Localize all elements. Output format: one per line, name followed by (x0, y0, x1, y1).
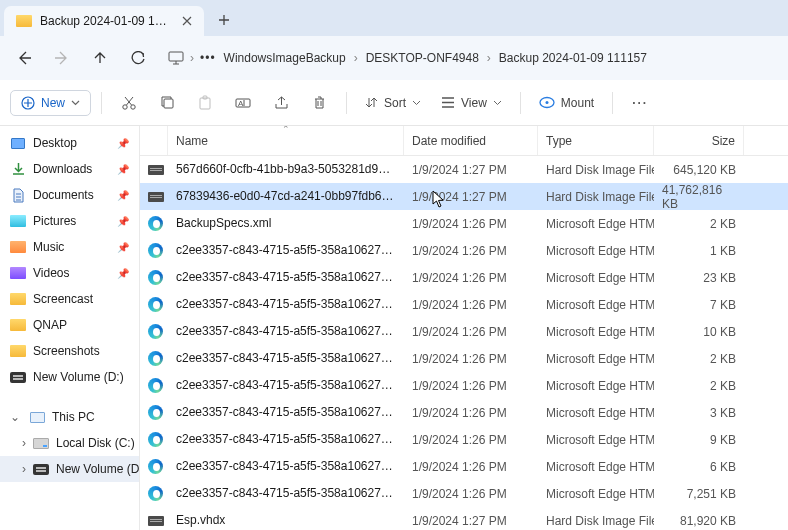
file-row[interactable]: c2ee3357-c843-4715-a5f5-358a106278f2_Wri… (140, 426, 788, 453)
chevron-right-icon[interactable]: › (487, 51, 491, 65)
column-header-size[interactable]: Size (654, 126, 744, 155)
file-row[interactable]: c2ee3357-c843-4715-a5f5-358a106278f2_Wri… (140, 345, 788, 372)
file-row[interactable]: c2ee3357-c843-4715-a5f5-358a106278f2_Wri… (140, 399, 788, 426)
breadcrumb[interactable]: Backup 2024-01-09 111157 (497, 47, 649, 69)
file-date: 1/9/2024 1:27 PM (404, 514, 538, 528)
svg-rect-0 (169, 52, 183, 61)
sidebar-item[interactable]: Pictures📌 (0, 208, 139, 234)
file-name: c2ee3357-c843-4715-a5f5-358a106278f2_Wri… (168, 345, 404, 372)
sidebar-item-label: Screenshots (33, 344, 100, 358)
column-header-type[interactable]: Type (538, 126, 654, 155)
drive-icon (33, 461, 49, 477)
file-name: c2ee3357-c843-4715-a5f5-358a106278f2_Wri… (168, 318, 404, 345)
chevron-right-icon[interactable]: › (190, 51, 194, 65)
forward-button[interactable] (44, 41, 80, 75)
file-row[interactable]: c2ee3357-c843-4715-a5f5-358a106278f2_Reg… (140, 291, 788, 318)
file-row[interactable]: BackupSpecs.xml1/9/2024 1:26 PMMicrosoft… (140, 210, 788, 237)
drive-icon (33, 435, 49, 451)
tab-title: Backup 2024-01-09 111157 (40, 14, 172, 28)
copy-button[interactable] (150, 87, 184, 119)
file-date: 1/9/2024 1:27 PM (404, 163, 538, 177)
sidebar-drive[interactable]: ›New Volume (D:) (0, 456, 139, 482)
file-row[interactable]: c2ee3357-c843-4715-a5f5-358a106278f2_Wri… (140, 318, 788, 345)
new-button[interactable]: New (10, 90, 91, 116)
command-bar: New A Sort View Mount ··· (0, 80, 788, 126)
sidebar-label: This PC (52, 410, 95, 424)
sidebar-item[interactable]: Documents📌 (0, 182, 139, 208)
sidebar-item[interactable]: Desktop📌 (0, 130, 139, 156)
refresh-button[interactable] (120, 41, 156, 75)
close-icon[interactable] (180, 14, 194, 28)
column-header-name[interactable]: Name ⌃ (168, 126, 404, 155)
file-name: 67839436-e0d0-47cd-a241-0bb97fdb6647.vhd… (168, 183, 404, 210)
file-row[interactable]: c2ee3357-c843-4715-a5f5-358a106278f2_Wri… (140, 372, 788, 399)
sidebar-item-icon (10, 187, 26, 203)
column-header-date[interactable]: Date modified (404, 126, 538, 155)
file-type: Microsoft Edge HTM... (538, 406, 654, 420)
sidebar-item-icon (10, 239, 26, 255)
sidebar-item[interactable]: QNAP (0, 312, 139, 338)
pin-icon: 📌 (117, 138, 133, 149)
file-size: 2 KB (654, 217, 744, 231)
share-button[interactable] (264, 87, 298, 119)
mount-button[interactable]: Mount (531, 92, 602, 114)
file-row[interactable]: 67839436-e0d0-47cd-a241-0bb97fdb6647.vhd… (140, 183, 788, 210)
file-size: 23 KB (654, 271, 744, 285)
sidebar-item[interactable]: Screenshots (0, 338, 139, 364)
chevron-down-icon (71, 100, 80, 106)
sidebar-drive[interactable]: ›Local Disk (C:) (0, 430, 139, 456)
file-type: Hard Disk Image File (538, 163, 654, 177)
file-date: 1/9/2024 1:26 PM (404, 406, 538, 420)
sidebar-this-pc[interactable]: ⌄ This PC (0, 404, 139, 430)
breadcrumb[interactable]: DESKTOP-ONF4948 (364, 47, 481, 69)
sidebar-item[interactable]: Music📌 (0, 234, 139, 260)
sidebar-item[interactable]: Screencast (0, 286, 139, 312)
overflow-icon[interactable]: ••• (200, 51, 216, 65)
file-date: 1/9/2024 1:26 PM (404, 298, 538, 312)
rename-button[interactable]: A (226, 87, 260, 119)
file-name: c2ee3357-c843-4715-a5f5-358a106278f2_Com… (168, 264, 404, 291)
file-row[interactable]: c2ee3357-c843-4715-a5f5-358a106278f2_Wri… (140, 480, 788, 507)
sidebar-item-icon (10, 265, 26, 281)
file-row[interactable]: c2ee3357-c843-4715-a5f5-358a106278f2_Wri… (140, 453, 788, 480)
sidebar-item[interactable]: New Volume (D:) (0, 364, 139, 390)
file-icon (148, 297, 163, 313)
sidebar-item-icon (10, 161, 26, 177)
sidebar-item[interactable]: Videos📌 (0, 260, 139, 286)
svg-rect-5 (200, 98, 210, 109)
back-button[interactable] (6, 41, 42, 75)
new-tab-button[interactable] (210, 6, 238, 34)
paste-button[interactable] (188, 87, 222, 119)
view-button[interactable]: View (433, 92, 510, 114)
file-row[interactable]: c2ee3357-c843-4715-a5f5-358a106278f2_Add… (140, 237, 788, 264)
sidebar-item-icon (10, 135, 26, 151)
tab-bar: Backup 2024-01-09 111157 (0, 0, 788, 36)
file-list[interactable]: Name ⌃ Date modified Type Size 567d660f-… (140, 126, 788, 530)
file-row[interactable]: 567d660f-0cfb-41bb-b9a3-5053281d93da.vhd… (140, 156, 788, 183)
file-date: 1/9/2024 1:27 PM (404, 190, 538, 204)
chevron-down-icon[interactable]: ⌄ (10, 410, 22, 424)
sort-button[interactable]: Sort (357, 92, 429, 114)
chevron-right-icon[interactable]: › (22, 436, 26, 450)
file-size: 81,920 KB (654, 514, 744, 528)
file-row[interactable]: c2ee3357-c843-4715-a5f5-358a106278f2_Com… (140, 264, 788, 291)
column-header-icon[interactable] (140, 126, 168, 155)
address-bar[interactable]: › ••• WindowsImageBackup › DESKTOP-ONF49… (168, 47, 649, 69)
svg-text:A: A (238, 99, 244, 108)
cut-button[interactable] (112, 87, 146, 119)
file-row[interactable]: Esp.vhdx1/9/2024 1:27 PMHard Disk Image … (140, 507, 788, 530)
delete-button[interactable] (302, 87, 336, 119)
window-tab[interactable]: Backup 2024-01-09 111157 (4, 6, 204, 36)
file-date: 1/9/2024 1:26 PM (404, 325, 538, 339)
chevron-right-icon[interactable]: › (22, 462, 26, 476)
breadcrumb[interactable]: WindowsImageBackup (222, 47, 348, 69)
up-button[interactable] (82, 41, 118, 75)
pc-icon (29, 409, 45, 425)
sidebar-item[interactable]: Downloads📌 (0, 156, 139, 182)
sidebar-item-label: Screencast (33, 292, 93, 306)
file-type: Microsoft Edge HTM... (538, 298, 654, 312)
separator (101, 92, 102, 114)
more-button[interactable]: ··· (623, 87, 657, 119)
pin-icon: 📌 (117, 242, 133, 253)
chevron-right-icon[interactable]: › (354, 51, 358, 65)
